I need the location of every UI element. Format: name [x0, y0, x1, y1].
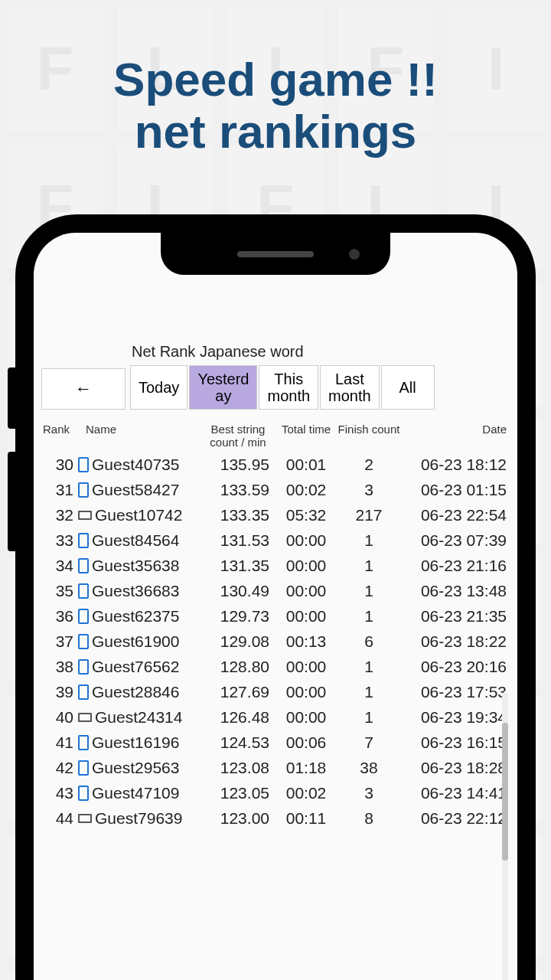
desktop-icon [78, 713, 92, 722]
table-row[interactable]: 44Guest79639123.0000:11806-23 22:12 [41, 805, 510, 831]
table-header: Rank Name Best string count / min Total … [41, 420, 510, 452]
table-row[interactable]: 35Guest36683130.4900:00106-23 13:48 [41, 578, 510, 603]
table-row[interactable]: 39Guest28846127.6900:00106-23 17:53 [41, 679, 510, 704]
col-score: Best string count / min [201, 423, 276, 449]
mobile-icon [78, 735, 89, 750]
cell-rank: 34 [41, 557, 78, 575]
cell-rank: 32 [41, 506, 78, 524]
cell-date: 06-23 18:28 [401, 759, 508, 777]
cell-rank: 33 [41, 531, 78, 550]
cell-name: Guest84564 [78, 531, 201, 550]
cell-time: 00:00 [276, 531, 337, 550]
camera-icon [349, 249, 360, 260]
cell-score: 133.35 [201, 506, 276, 524]
table-row[interactable]: 36Guest62375129.7300:00106-23 21:35 [41, 603, 510, 629]
cell-time: 00:00 [276, 582, 337, 600]
side-button-icon [8, 452, 15, 551]
cell-finish: 7 [337, 733, 401, 752]
desktop-icon [78, 814, 92, 823]
table-row[interactable]: 32Guest10742133.3505:3221706-23 22:54 [41, 502, 510, 528]
cell-time: 00:11 [276, 809, 337, 828]
table-row[interactable]: 33Guest84564131.5300:00106-23 07:39 [41, 528, 510, 553]
cell-name: Guest35638 [78, 557, 201, 575]
cell-rank: 37 [41, 632, 78, 651]
cell-rank: 30 [41, 456, 78, 474]
cell-score: 124.53 [201, 733, 276, 752]
cell-name: Guest24314 [78, 708, 201, 727]
cell-finish: 1 [337, 531, 401, 550]
cell-score: 135.95 [201, 456, 276, 474]
table-row[interactable]: 38Guest76562128.8000:00106-23 20:16 [41, 654, 510, 679]
cell-time: 00:00 [276, 607, 337, 626]
cell-finish: 8 [337, 809, 401, 828]
tab-all[interactable]: All [381, 365, 435, 410]
cell-score: 131.53 [201, 531, 276, 550]
scrollbar[interactable] [502, 692, 508, 980]
mobile-icon [78, 583, 89, 599]
table-row[interactable]: 34Guest35638131.3500:00106-23 21:16 [41, 553, 510, 578]
mobile-icon [78, 558, 89, 573]
cell-rank: 35 [41, 582, 78, 600]
cell-name: Guest47109 [78, 784, 201, 802]
cell-score: 123.08 [201, 759, 276, 777]
table-row[interactable]: 31Guest58427133.5900:02306-23 01:15 [41, 477, 510, 502]
col-time: Total time [276, 423, 337, 449]
cell-rank: 36 [41, 607, 78, 626]
cell-name: Guest29563 [78, 759, 201, 777]
cell-time: 05:32 [276, 506, 337, 524]
table-row[interactable]: 30Guest40735135.9500:01206-23 18:12 [41, 452, 510, 477]
cell-date: 06-23 22:12 [401, 809, 508, 828]
cell-time: 00:13 [276, 632, 337, 651]
cell-name: Guest62375 [78, 607, 201, 626]
cell-date: 06-23 21:35 [401, 607, 508, 626]
promo-headline: Speed game !! net rankings [0, 0, 551, 158]
cell-finish: 1 [337, 582, 401, 600]
cell-time: 00:01 [276, 456, 337, 474]
cell-date: 06-23 18:12 [401, 456, 508, 474]
tab-last-month[interactable]: Lastmonth [320, 365, 380, 410]
table-row[interactable]: 40Guest24314126.4800:00106-23 19:34 [41, 704, 510, 730]
back-button[interactable]: ← [41, 368, 126, 410]
col-date: Date [401, 423, 508, 449]
cell-name: Guest61900 [78, 632, 201, 651]
cell-name: Guest16196 [78, 733, 201, 752]
table-row[interactable]: 37Guest61900129.0800:13606-23 18:22 [41, 629, 510, 654]
time-filter-tabs: TodayYesterdayThismonthLastmonthAll [130, 365, 510, 410]
cell-date: 06-23 01:15 [401, 481, 508, 499]
table-body[interactable]: 30Guest40735135.9500:01206-23 18:1231Gue… [41, 452, 510, 831]
cell-name: Guest28846 [78, 683, 201, 701]
headline-line2: net rankings [0, 106, 551, 158]
cell-finish: 3 [337, 784, 401, 802]
table-row[interactable]: 42Guest29563123.0801:183806-23 18:28 [41, 755, 510, 780]
cell-score: 123.05 [201, 784, 276, 802]
cell-score: 129.73 [201, 607, 276, 626]
tab-yesterday[interactable]: Yesterday [189, 365, 257, 410]
cell-score: 130.49 [201, 582, 276, 600]
table-row[interactable]: 43Guest47109123.0500:02306-23 14:41 [41, 780, 510, 805]
side-button-icon [8, 368, 15, 429]
cell-finish: 1 [337, 607, 401, 626]
cell-date: 06-23 21:16 [401, 557, 508, 575]
tab-this-month[interactable]: Thismonth [259, 365, 318, 410]
cell-date: 06-23 17:53 [401, 683, 508, 701]
cell-date: 06-23 13:48 [401, 582, 508, 600]
mobile-icon [78, 609, 89, 624]
mobile-icon [78, 684, 89, 700]
cell-date: 06-23 22:54 [401, 506, 508, 524]
cell-finish: 2 [337, 456, 401, 474]
screen-title: Net Rank Japanese word [130, 340, 510, 365]
tab-today[interactable]: Today [130, 365, 187, 410]
mobile-icon [78, 634, 89, 649]
cell-name: Guest40735 [78, 456, 201, 474]
phone-notch [161, 233, 390, 275]
headline-line1: Speed game !! [0, 54, 551, 106]
cell-finish: 1 [337, 708, 401, 727]
scrollbar-thumb[interactable] [502, 723, 508, 861]
cell-finish: 1 [337, 557, 401, 575]
cell-time: 00:02 [276, 481, 337, 499]
cell-score: 133.59 [201, 481, 276, 499]
ranking-table: Rank Name Best string count / min Total … [41, 420, 510, 831]
table-row[interactable]: 41Guest16196124.5300:06706-23 16:15 [41, 730, 510, 755]
cell-date: 06-23 18:22 [401, 632, 508, 651]
cell-name: Guest76562 [78, 658, 201, 676]
